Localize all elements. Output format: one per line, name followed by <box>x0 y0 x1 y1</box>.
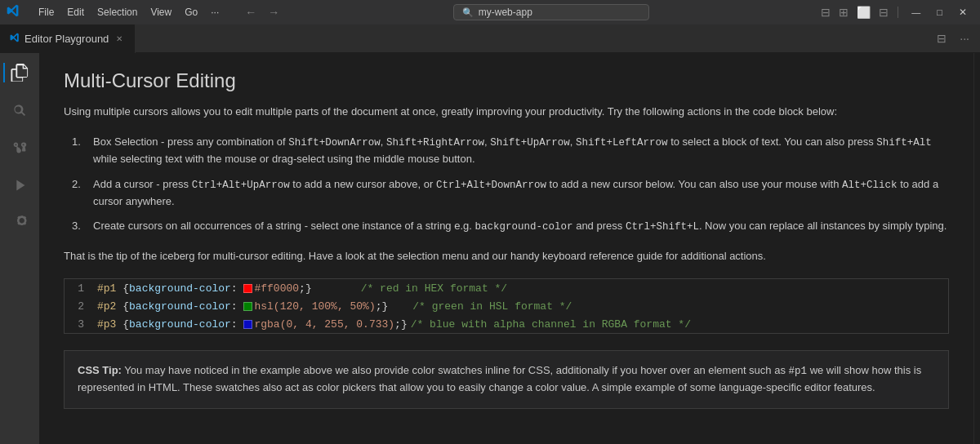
key-shift-alt: Shift+Alt <box>876 137 932 149</box>
code-line-1: 1 #p1 {background-color: #ff0000;}/* red… <box>65 279 948 297</box>
list-item-3-text: Create cursors on all occurrences of a s… <box>93 218 947 235</box>
list-number-2: 2. <box>72 176 88 211</box>
line-num-3: 3 <box>65 318 97 331</box>
menu-bar: File Edit Selection View Go ··· <box>33 4 225 20</box>
code-selector-1: #p1 <box>97 282 122 295</box>
menu-more[interactable]: ··· <box>205 4 225 20</box>
key-ctrl-alt-down: Ctrl+Alt+DownArrow <box>436 180 546 191</box>
nav-back-button[interactable]: ← <box>241 4 261 20</box>
code-selector-2: #p2 <box>97 300 122 313</box>
close-button[interactable]: ✕ <box>952 5 973 20</box>
activity-item-search[interactable] <box>3 94 36 127</box>
split-editor-button[interactable]: ⊟ <box>933 30 951 47</box>
menu-go[interactable]: Go <box>179 4 203 20</box>
tabbar-actions: ⊟ ··· <box>933 30 980 47</box>
list-number-1: 1. <box>72 134 88 168</box>
color-swatch-1 <box>243 284 252 293</box>
layout-icon-1[interactable]: ⊟ <box>818 6 833 19</box>
activity-item-run[interactable] <box>3 169 36 202</box>
list-item-3: 3. Create cursors on all occurrences of … <box>72 218 949 235</box>
code-selector-3: #p3 <box>97 318 122 331</box>
win-divider <box>898 7 898 18</box>
tip-paragraph: That is the tip of the iceberg for multi… <box>64 248 949 265</box>
minimize-button[interactable]: — <box>905 6 927 19</box>
menu-edit[interactable]: Edit <box>61 4 90 20</box>
color-swatch-3 <box>243 320 252 329</box>
key-alt-click: Alt+Click <box>842 180 898 191</box>
key-ctrl-shift-l: Ctrl+Shift+L <box>626 221 699 233</box>
code-content-3: #p3 {background-color: rgba(0, 4, 255, 0… <box>97 318 691 331</box>
window-actions: ⊟ ⊞ ⬜ ⊟ — □ ✕ <box>818 5 973 20</box>
tabbar: Editor Playground ✕ ⊟ ··· <box>0 24 980 53</box>
menu-file[interactable]: File <box>33 4 60 20</box>
search-area: 🔍 my-web-app <box>293 4 808 20</box>
main-layout: Multi-Cursor Editing Using multiple curs… <box>0 53 980 444</box>
activity-item-scm[interactable] <box>3 131 36 164</box>
line-num-1: 1 <box>65 282 97 295</box>
more-actions-button[interactable]: ··· <box>956 30 973 47</box>
tab-vscode-icon <box>10 33 20 45</box>
tab-close-button[interactable]: ✕ <box>114 33 125 44</box>
code-content-2: #p2 {background-color: hsl(120, 100%, 50… <box>97 300 572 313</box>
activity-item-extensions[interactable] <box>3 206 36 239</box>
tab-label: Editor Playground <box>24 33 109 45</box>
menu-view[interactable]: View <box>145 4 177 20</box>
vscode-logo <box>7 4 20 20</box>
code-block[interactable]: 1 #p1 {background-color: #ff0000;}/* red… <box>64 278 949 334</box>
list-item-2: 2. Add a cursor - press Ctrl+Alt+UpArrow… <box>72 176 949 211</box>
minimap <box>973 53 980 444</box>
code-line-2: 2 #p2 {background-color: hsl(120, 100%, … <box>65 297 948 315</box>
list-item-1: 1. Box Selection - press any combination… <box>72 134 949 168</box>
maximize-button[interactable]: □ <box>930 6 949 19</box>
key-shift-left: Shift+LeftArrow <box>576 137 668 149</box>
list-number-3: 3. <box>72 218 88 235</box>
key-shift-up: Shift+UpArrow <box>490 137 570 149</box>
instructions-list: 1. Box Selection - press any combination… <box>64 134 949 236</box>
key-background-color: background-color <box>475 221 573 233</box>
page-title: Multi-Cursor Editing <box>64 69 949 92</box>
activity-item-explorer[interactable] <box>3 56 36 89</box>
color-swatch-2 <box>243 302 252 311</box>
search-icon: 🔍 <box>462 7 474 18</box>
editor-tab[interactable]: Editor Playground ✕ <box>0 24 136 53</box>
menu-selection[interactable]: Selection <box>91 4 143 20</box>
tip-box-text-1: You may have noticed in the example abov… <box>122 364 789 376</box>
titlebar: File Edit Selection View Go ··· ← → 🔍 my… <box>0 0 980 24</box>
layout-icon-4[interactable]: ⊟ <box>876 6 891 19</box>
nav-forward-button[interactable]: → <box>264 4 283 20</box>
css-tip-box: CSS Tip: You may have noticed in the exa… <box>64 350 949 409</box>
activity-bar <box>0 53 39 444</box>
code-content-1: #p1 {background-color: #ff0000;}/* red i… <box>97 282 507 295</box>
key-shift-down: Shift+DownArrow <box>288 137 381 149</box>
search-value: my-web-app <box>479 7 532 18</box>
key-shift-right: Shift+RightArrow <box>386 137 484 149</box>
list-item-2-text: Add a cursor - press Ctrl+Alt+UpArrow to… <box>93 176 949 211</box>
search-box[interactable]: 🔍 my-web-app <box>453 4 649 20</box>
tip-code-p1: #p1 <box>789 366 808 377</box>
key-ctrl-alt-up: Ctrl+Alt+UpArrow <box>192 180 290 191</box>
code-line-3: 3 #p3 {background-color: rgba(0, 4, 255,… <box>65 315 948 333</box>
list-item-1-text: Box Selection - press any combination of… <box>93 134 949 168</box>
intro-paragraph: Using multiple cursors allows you to edi… <box>64 104 949 121</box>
nav-buttons: ← → <box>241 4 283 20</box>
line-num-2: 2 <box>65 300 97 313</box>
content-area[interactable]: Multi-Cursor Editing Using multiple curs… <box>39 53 973 444</box>
tip-box-label: CSS Tip: <box>78 364 122 376</box>
layout-icon-2[interactable]: ⊞ <box>836 6 851 19</box>
layout-icon-3[interactable]: ⬜ <box>854 6 873 19</box>
